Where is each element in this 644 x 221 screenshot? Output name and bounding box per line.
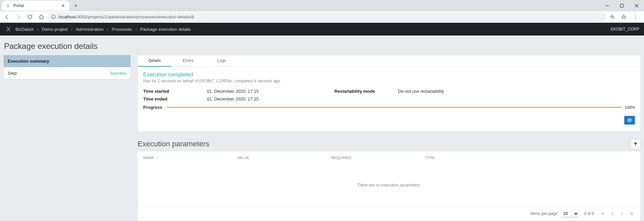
prev-page-button[interactable] — [609, 210, 616, 217]
last-page-button[interactable] — [628, 210, 635, 217]
svg-point-11 — [635, 15, 636, 16]
sort-arrow-down-icon: ↓ — [156, 155, 158, 160]
tab-logs[interactable]: Logs — [205, 55, 238, 67]
browser-tab[interactable]: Portal ✕ — [2, 1, 69, 11]
window-minimize-button[interactable] — [600, 0, 614, 11]
svg-point-14 — [629, 120, 630, 121]
app-header: BizDataX › Demo project › Administration… — [0, 23, 644, 35]
chevron-right-icon: › — [136, 27, 137, 32]
restartability-label: Restartability mode — [334, 89, 398, 94]
column-required[interactable]: REQUIRED — [331, 155, 425, 160]
progress-bar — [167, 107, 621, 108]
page-content: Package execution details Execution summ… — [0, 35, 644, 221]
execution-params-title: Execution parameters — [138, 140, 631, 148]
bookmark-icon[interactable] — [619, 12, 629, 22]
svg-point-13 — [635, 18, 636, 19]
restartability-value: Do not use restartability — [398, 89, 635, 94]
toolbar-right — [608, 12, 642, 22]
chevron-right-icon: › — [37, 27, 38, 32]
svg-line-8 — [613, 18, 614, 19]
detail-tabs: Details Errors Logs — [138, 55, 641, 67]
close-icon[interactable]: ✕ — [60, 3, 66, 8]
app-logo-icon — [5, 25, 12, 33]
forward-button[interactable] — [13, 12, 23, 22]
first-page-button[interactable] — [599, 210, 607, 217]
progress-label: Progress — [143, 105, 162, 110]
back-button[interactable] — [2, 12, 12, 22]
next-page-button[interactable] — [618, 210, 626, 217]
page-title: Package execution details — [4, 42, 641, 51]
execution-summary-header: Execution summary — [4, 55, 130, 67]
column-value[interactable]: VALUE — [237, 155, 331, 160]
table-empty-message: There are no execution parameters. — [138, 164, 640, 206]
filter-button[interactable] — [631, 139, 641, 149]
tab-details[interactable]: Details — [138, 55, 171, 67]
table-header: NAME ↓ VALUE REQUIRED TYPE — [138, 151, 640, 164]
menu-icon[interactable] — [631, 12, 640, 22]
time-ended-value: 01. December 2020. 17:15 — [207, 96, 334, 101]
breadcrumb-item[interactable]: Package execution details — [140, 27, 191, 32]
page-range: 0 of 0 — [584, 211, 594, 216]
items-per-page-label: Items per page: — [531, 211, 558, 216]
progress-row: Progress 100% — [143, 105, 635, 110]
home-button[interactable] — [36, 12, 46, 22]
time-started-label: Time started — [143, 89, 207, 94]
site-info-icon[interactable] — [51, 14, 56, 19]
breadcrumb-item[interactable]: Administration — [76, 27, 103, 32]
breadcrumb-item[interactable]: Demo project — [42, 27, 68, 32]
address-bar[interactable]: localhost:9000/projects/1/administration… — [48, 12, 606, 22]
breadcrumb: BizDataX › Demo project › Administration… — [15, 27, 191, 32]
step-row[interactable]: Step Success — [4, 67, 130, 79]
chevron-right-icon: › — [71, 27, 72, 32]
window-close-button[interactable] — [629, 0, 644, 11]
chevron-right-icon: › — [107, 27, 108, 32]
execution-summary-panel: Execution summary Step Success — [3, 55, 131, 79]
column-name[interactable]: NAME ↓ — [143, 155, 237, 160]
browser-tabs: Portal ✕ + — [0, 0, 644, 11]
window-controls — [600, 0, 644, 11]
new-tab-button[interactable]: + — [71, 1, 80, 10]
url-text: localhost:9000/projects/1/administration… — [59, 14, 194, 19]
step-label: Step — [8, 71, 110, 76]
view-details-button[interactable] — [624, 116, 635, 125]
breadcrumb-item[interactable]: Processes — [112, 27, 132, 32]
execution-status-subtitle: Ran for 2 seconds on behalf of EKOBIT_CO… — [143, 79, 635, 83]
window-maximize-button[interactable] — [614, 0, 629, 11]
time-ended-label: Time ended — [143, 96, 207, 101]
execution-fields: Time started 01. December 2020. 17:15 Re… — [143, 89, 635, 101]
step-status: Success — [110, 71, 126, 76]
tab-errors[interactable]: Errors — [171, 55, 205, 67]
breadcrumb-item[interactable]: BizDataX — [15, 27, 34, 32]
tab-favicon — [5, 3, 11, 8]
browser-chrome: Portal ✕ + — [0, 0, 644, 23]
svg-rect-1 — [621, 4, 624, 7]
svg-point-12 — [635, 16, 636, 17]
progress-percent: 100% — [625, 105, 635, 110]
column-type[interactable]: TYPE — [425, 155, 635, 160]
execution-params-header: Execution parameters — [138, 139, 641, 149]
tenant-label: EKOBIT_CORP — [611, 27, 639, 31]
execution-status-title: Execution completed — [143, 72, 635, 78]
reload-button[interactable] — [25, 12, 35, 22]
browser-toolbar: localhost:9000/projects/1/administration… — [0, 11, 644, 23]
details-panel: Execution completed Ran for 2 seconds on… — [138, 67, 641, 132]
main-panel: Details Errors Logs Execution completed … — [138, 55, 641, 221]
time-started-value: 01. December 2020. 17:15 — [207, 89, 334, 94]
tab-title: Portal — [13, 3, 58, 8]
execution-params-table: NAME ↓ VALUE REQUIRED TYPE There are no … — [138, 151, 641, 221]
items-per-page-select[interactable]: 10 — [561, 210, 579, 217]
zoom-icon[interactable] — [608, 12, 617, 22]
paginator: Items per page: 10 0 of 0 — [138, 206, 640, 221]
